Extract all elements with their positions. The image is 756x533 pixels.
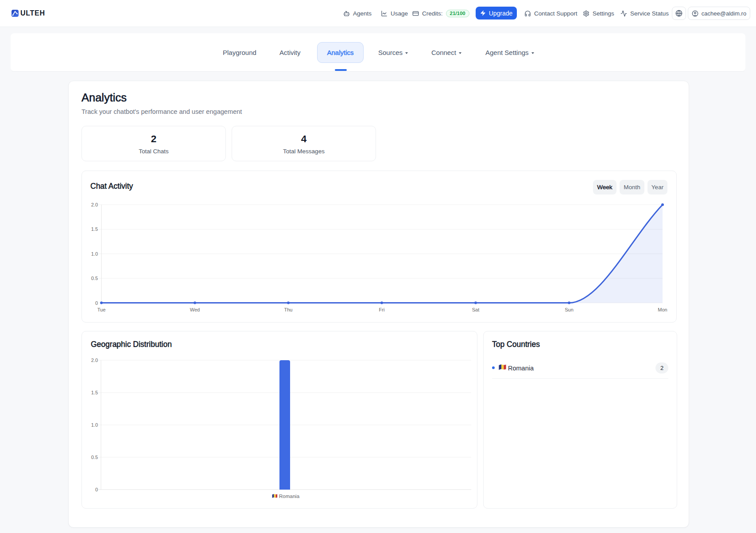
svg-text:Mon: Mon (658, 307, 667, 312)
svg-text:0.5: 0.5 (91, 276, 98, 281)
svg-text:Sun: Sun (565, 307, 574, 312)
svg-text:Sat: Sat (472, 307, 480, 312)
svg-text:Tue: Tue (97, 307, 106, 312)
svg-text:1.5: 1.5 (91, 390, 98, 395)
svg-text:1.5: 1.5 (91, 226, 98, 232)
svg-text:0: 0 (95, 300, 98, 306)
svg-text:Romania: Romania (279, 494, 300, 499)
svg-text:Wed: Wed (190, 307, 200, 312)
svg-text:0: 0 (95, 487, 98, 492)
svg-text:0.5: 0.5 (91, 455, 98, 460)
svg-text:2.0: 2.0 (91, 358, 98, 363)
svg-text:2.0: 2.0 (91, 202, 98, 207)
svg-text:1.0: 1.0 (91, 422, 98, 428)
svg-text:Fri: Fri (379, 307, 385, 312)
svg-text:Thu: Thu (284, 307, 293, 312)
svg-text:1.0: 1.0 (91, 251, 98, 257)
